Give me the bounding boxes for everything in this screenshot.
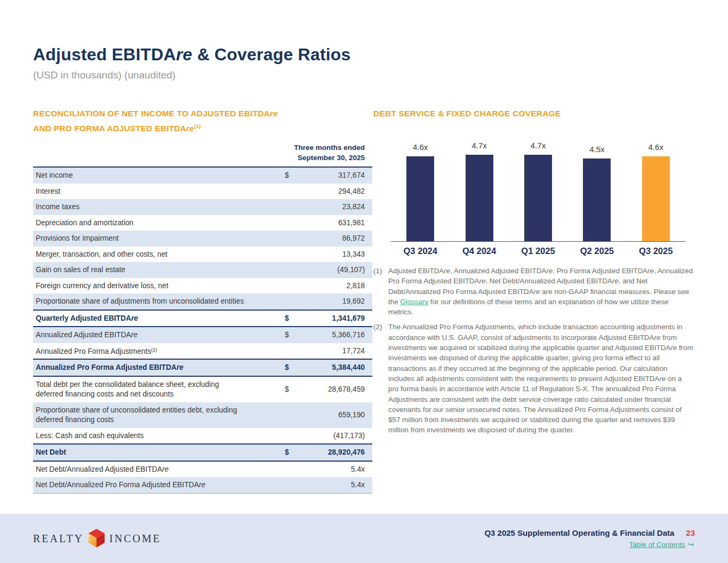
table-row: Less: Cash and cash equivalents(417,173) — [33, 428, 372, 444]
row-value: 86,972 — [303, 234, 372, 242]
table-bottom-rule — [33, 493, 372, 494]
row-dollar-sign: $ — [285, 314, 303, 322]
row-value: 1,341,679 — [303, 314, 372, 322]
footnote-marker: (1) — [373, 266, 388, 317]
bar-value-label: 4.7x — [471, 141, 486, 150]
row-value: (417,173) — [303, 432, 372, 440]
chart-bar-column: 4.6x — [627, 142, 685, 241]
table-row: Annualized Adjusted EBITDAre$5,366,716 — [33, 327, 372, 343]
page: Adjusted EBITDAre & Coverage Ratios (USD… — [0, 0, 728, 563]
footnote-text: Adjusted EBITDAre, Annualized Adjusted E… — [388, 266, 694, 317]
chart-bar-column: 4.5x — [567, 145, 626, 241]
table-row: Net Debt/Annualized Pro Forma Adjusted E… — [33, 477, 372, 493]
table-column-header: Three months ended September 30, 2025 — [33, 140, 372, 168]
row-label: Depreciation and amortization — [33, 218, 285, 228]
row-dollar-sign: $ — [285, 385, 303, 393]
table-row: Quarterly Adjusted EBITDAre$1,341,679 — [33, 311, 372, 327]
table-row: Gain on sales of real estate(49,107) — [33, 262, 372, 278]
chart-bar-column: 4.7x — [509, 141, 567, 241]
row-value: 28,678,459 — [303, 385, 372, 393]
row-label: Merger, transaction, and other costs, ne… — [33, 250, 285, 259]
table-of-contents-link[interactable]: Table of Contents — [629, 541, 685, 549]
reconciliation-table: Three months ended September 30, 2025 Ne… — [33, 140, 372, 494]
table-row: Annualized Pro Forma Adjustments(2)17,72… — [33, 343, 372, 359]
bar-category-label: Q3 2024 — [391, 246, 450, 256]
row-dollar-sign: $ — [285, 363, 303, 371]
footnote-marker: (2) — [373, 322, 388, 435]
footer-toc-line: Table of Contents↪ — [629, 540, 695, 549]
table-row: Income taxes23,824 — [33, 199, 372, 215]
row-value: 5.4x — [303, 481, 372, 489]
bar-category-label: Q3 2025 — [627, 246, 685, 256]
row-label: Quarterly Adjusted EBITDAre — [33, 314, 285, 323]
footer-doc-title: Q3 2025 Supplemental Operating & Financi… — [484, 528, 674, 537]
footer: REALTY INCOME Q3 2025 Supplemental Opera… — [0, 514, 728, 563]
row-dollar-sign: $ — [285, 448, 303, 456]
bar-value-label: 4.7x — [531, 141, 546, 150]
row-label: Net Debt — [33, 448, 285, 457]
row-value: 5,366,716 — [303, 331, 372, 339]
row-label: Gain on sales of real estate — [33, 265, 285, 275]
row-label: Annualized Pro Forma Adjustments(2) — [33, 346, 285, 356]
row-dollar-sign: $ — [285, 171, 303, 179]
brand-word-realty: REALTY — [33, 533, 84, 545]
table-body: Net income$317,674Interest294,482Income … — [33, 168, 372, 493]
footer-doc-title-line: Q3 2025 Supplemental Operating & Financi… — [484, 528, 695, 537]
footer-right: Q3 2025 Supplemental Operating & Financi… — [484, 528, 695, 549]
table-row: Foreign currency and derivative loss, ne… — [33, 278, 372, 294]
row-label: Annualized Adjusted EBITDAre — [33, 330, 285, 340]
bar-category-label: Q1 2025 — [509, 246, 567, 256]
chart-heading: DEBT SERVICE & FIXED CHARGE COVERAGE — [373, 107, 704, 120]
page-number: 23 — [686, 528, 695, 537]
row-value: 23,824 — [303, 203, 372, 211]
row-label: Net income — [33, 171, 285, 180]
row-value: 294,482 — [303, 187, 372, 195]
footnote: (1)Adjusted EBITDAre, Annualized Adjuste… — [373, 266, 694, 317]
bar — [524, 155, 552, 241]
realty-income-logo: REALTY INCOME — [33, 528, 161, 549]
row-value: 2,818 — [303, 282, 372, 290]
table-row: Net income$317,674 — [33, 168, 372, 184]
table-row: Total debt per the consolidated balance … — [33, 377, 372, 402]
footnotes: (1)Adjusted EBITDAre, Annualized Adjuste… — [373, 266, 694, 440]
row-label: Annualized Pro Forma Adjusted EBITDAre — [33, 363, 285, 372]
row-value: 659,190 — [303, 411, 372, 419]
table-row: Proportionate share of unconsolidated en… — [33, 402, 372, 428]
footnote: (2)The Annualized Pro Forma Adjustments,… — [373, 322, 694, 435]
realty-income-cube-icon — [87, 528, 106, 549]
table-row: Net Debt/Annualized Adjusted EBITDAre5.4… — [33, 462, 372, 478]
row-label: Proportionate share of unconsolidated en… — [33, 406, 285, 424]
table-row: Proportionate share of adjustments from … — [33, 294, 372, 310]
brand-word-income: INCOME — [109, 533, 161, 545]
row-dollar-sign: $ — [285, 331, 303, 339]
chart-plot-area: 4.6x4.7x4.7x4.5x4.6x — [391, 140, 685, 242]
reconciliation-heading-line2: AND PRO FORMA ADJUSTED EBITDAre(1) — [33, 120, 364, 135]
row-label: Less: Cash and cash equivalents — [33, 431, 285, 441]
chart-category-axis: Q3 2024Q4 2024Q1 2025Q2 2025Q3 2025 — [391, 246, 685, 256]
coverage-bar-chart: 4.6x4.7x4.7x4.5x4.6x Q3 2024Q4 2024Q1 20… — [391, 140, 685, 256]
reconciliation-heading: RECONCILIATION OF NET INCOME TO ADJUSTED… — [33, 107, 364, 135]
table-row: Merger, transaction, and other costs, ne… — [33, 247, 372, 263]
row-value: 5,384,440 — [303, 363, 372, 371]
glossary-link[interactable]: Glossary — [400, 298, 428, 306]
row-value: 631,981 — [303, 219, 372, 227]
page-subtitle: (USD in thousands) (unaudited) — [33, 69, 351, 81]
row-value: 17,724 — [303, 347, 372, 355]
table-row: Net Debt$28,920,476 — [33, 445, 372, 461]
bar — [642, 156, 670, 241]
row-label: Total debt per the consolidated balance … — [33, 380, 285, 399]
row-label: Proportionate share of adjustments from … — [33, 297, 285, 306]
row-label: Net Debt/Annualized Pro Forma Adjusted E… — [33, 480, 285, 490]
row-label: Net Debt/Annualized Adjusted EBITDAre — [33, 465, 285, 474]
reconciliation-heading-line1: RECONCILIATION OF NET INCOME TO ADJUSTED… — [33, 107, 364, 120]
row-value: (49,107) — [303, 266, 372, 274]
bar-value-label: 4.6x — [413, 142, 428, 152]
row-label: Interest — [33, 187, 285, 196]
row-value: 317,674 — [303, 171, 372, 179]
toc-arrow-icon: ↪ — [688, 540, 694, 549]
page-title: Adjusted EBITDAre & Coverage Ratios — [33, 45, 351, 65]
bar — [466, 155, 493, 241]
chart-bar-column: 4.7x — [450, 141, 508, 241]
row-value: 13,343 — [303, 250, 372, 258]
bar-value-label: 4.5x — [589, 145, 604, 154]
